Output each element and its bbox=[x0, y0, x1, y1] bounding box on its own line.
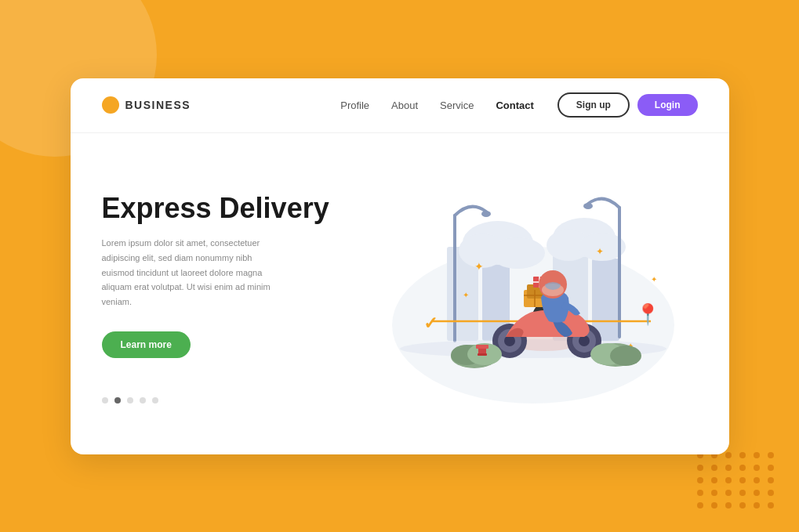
svg-text:✦: ✦ bbox=[651, 275, 657, 284]
svg-text:✓: ✓ bbox=[423, 313, 438, 333]
pagination-dot-3[interactable] bbox=[140, 397, 146, 404]
nav-about[interactable]: About bbox=[391, 100, 418, 111]
hero-section: Express Delivery Lorem ipsum dolor sit a… bbox=[71, 133, 729, 454]
learn-more-button[interactable]: Learn more bbox=[102, 331, 191, 358]
svg-point-12 bbox=[481, 211, 491, 217]
pagination-dot-1[interactable] bbox=[114, 397, 121, 404]
svg-point-14 bbox=[583, 203, 593, 209]
illustration-svg: ✓ 📍 bbox=[353, 168, 714, 419]
svg-text:✦: ✦ bbox=[596, 246, 604, 257]
logo-area: BUSINESS bbox=[102, 96, 191, 114]
pagination-dot-0[interactable] bbox=[102, 397, 108, 404]
svg-rect-48 bbox=[476, 345, 488, 349]
pagination-dot-2[interactable] bbox=[127, 397, 133, 404]
hero-illustration: ✓ 📍 bbox=[353, 133, 714, 454]
svg-point-25 bbox=[579, 335, 590, 346]
svg-point-7 bbox=[490, 237, 545, 269]
bg-decoration-dots bbox=[697, 452, 775, 508]
svg-point-46 bbox=[610, 346, 641, 366]
svg-rect-49 bbox=[478, 353, 487, 356]
nav-contact[interactable]: Contact bbox=[496, 100, 533, 111]
signup-button[interactable]: Sign up bbox=[557, 92, 630, 118]
pagination-dot-4[interactable] bbox=[152, 397, 158, 404]
navbar: BUSINESS Profile About Service Contact S… bbox=[71, 78, 729, 133]
svg-text:📍: 📍 bbox=[635, 302, 661, 327]
nav-profile[interactable]: Profile bbox=[340, 100, 369, 111]
hero-content: Express Delivery Lorem ipsum dolor sit a… bbox=[102, 183, 353, 404]
login-button[interactable]: Login bbox=[637, 94, 698, 116]
logo-icon bbox=[102, 96, 119, 114]
logo-text: BUSINESS bbox=[125, 99, 191, 111]
pagination bbox=[102, 397, 353, 404]
nav-buttons: Sign up Login bbox=[557, 92, 698, 118]
nav-service[interactable]: Service bbox=[440, 100, 474, 111]
hero-title: Express Delivery bbox=[102, 191, 353, 225]
svg-point-22 bbox=[504, 335, 515, 346]
nav-links: Profile About Service Contact bbox=[340, 100, 534, 111]
svg-text:✦: ✦ bbox=[474, 260, 484, 273]
svg-text:✦: ✦ bbox=[463, 291, 469, 299]
main-card: BUSINESS Profile About Service Contact S… bbox=[71, 78, 729, 454]
hero-description: Lorem ipsum dolor sit amet, consectetuer… bbox=[102, 236, 282, 309]
